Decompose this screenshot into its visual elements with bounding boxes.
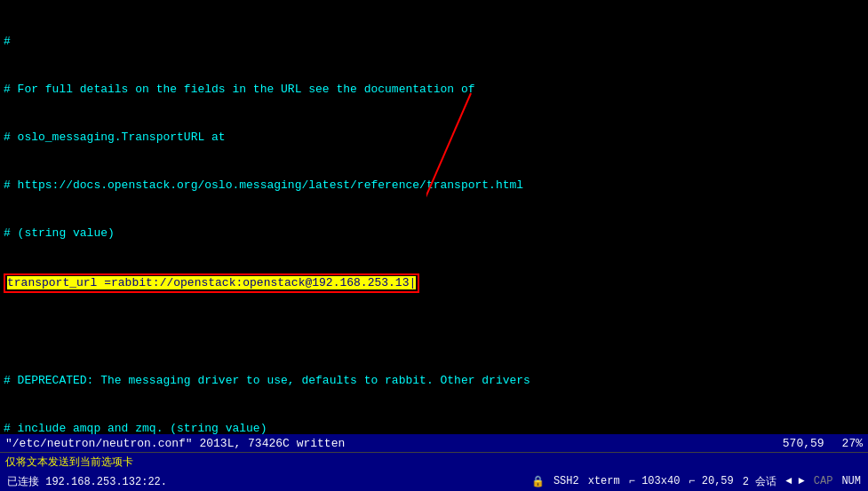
terminal-size: ⌐ 103x40 [629, 475, 681, 487]
bottom-bar-text: 仅将文本发送到当前选项卡 [5, 455, 133, 470]
line-5: # (string value) [4, 226, 864, 242]
status-right: 🔒 SSH2 xterm ⌐ 103x40 ⌐ 20,59 2 会话 ◄ ► C… [531, 474, 861, 489]
connection-info: 已连接 192.168.253.132:22. [7, 474, 167, 489]
connected-label: 已连接 192.168.253.132:22. [7, 476, 167, 488]
line-3: # oslo_messaging.TransportURL at [4, 130, 864, 146]
lock-icon: 🔒 [531, 475, 545, 488]
bottom-bar: 仅将文本发送到当前选项卡 [0, 452, 868, 471]
num-indicator: NUM [841, 475, 861, 487]
line-4: # https://docs.openstack.org/oslo.messag… [4, 178, 864, 194]
nav-arrows[interactable]: ◄ ► [785, 475, 805, 487]
scroll-percent: 27% [842, 437, 863, 450]
status-bar-right: 570,59 27% [783, 437, 863, 450]
cursor-position: 570,59 [783, 437, 824, 450]
ssh-protocol: SSH2 [553, 475, 579, 487]
line-7 [4, 325, 864, 341]
status-bar-text: "/etc/neutron/neutron.conf" 2013L, 73426… [5, 437, 783, 450]
line-1: # [4, 34, 864, 50]
cursor-pos-bar: ⌐ 20,59 [689, 475, 733, 487]
line-8: # DEPRECATED: The messaging driver to us… [4, 373, 864, 389]
editor-area[interactable]: # # For full details on the fields in th… [0, 0, 868, 434]
term-type: xterm [588, 475, 620, 487]
code-content: # # For full details on the fields in th… [4, 2, 864, 434]
session-count: 2 会话 [743, 474, 776, 489]
line-6: transport_url =rabbit://openstack:openst… [4, 273, 864, 293]
line-9: # include amqp and zmq. (string value) [4, 421, 864, 434]
connection-status-bar: 已连接 192.168.253.132:22. 🔒 SSH2 xterm ⌐ 1… [0, 471, 868, 491]
terminal-window: # # For full details on the fields in th… [0, 0, 868, 491]
vim-status-bar: "/etc/neutron/neutron.conf" 2013L, 73426… [0, 434, 868, 452]
line-2: # For full details on the fields in the … [4, 82, 864, 98]
caps-indicator: CAP [814, 475, 833, 487]
